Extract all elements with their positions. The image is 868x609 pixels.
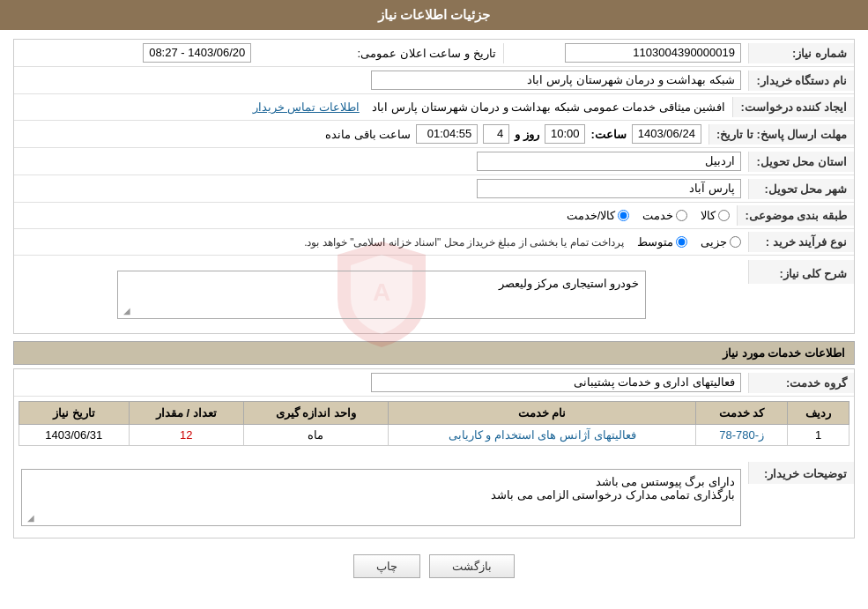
need-desc-label: شرح کلی نیاز: bbox=[748, 260, 854, 284]
announce-value-cell: 1403/06/20 - 08:27 bbox=[14, 40, 258, 66]
province-label: استان محل تحویل: bbox=[748, 152, 854, 172]
page-title: جزئیات اطلاعات نیاز bbox=[378, 7, 490, 22]
services-form: گروه خدمت: فعالیتهای اداری و خدمات پشتیب… bbox=[13, 368, 855, 538]
remaining-box: 01:04:55 bbox=[416, 124, 478, 144]
services-table: ردیف کد خدمت نام خدمت واحد اندازه گیری ت… bbox=[19, 401, 849, 446]
need-number-label: شماره نیاز: bbox=[748, 43, 854, 63]
purchase-type-label: نوع فرآیند خرید : bbox=[748, 232, 854, 252]
col-service-code: کد خدمت bbox=[696, 402, 788, 425]
category-radio-group: کالا خدمت کالا/خدمت bbox=[21, 209, 730, 222]
days-label: روز و bbox=[515, 128, 539, 141]
row-need-desc: شرح کلی نیاز: A خودرو استیجاری مرکز ولیع… bbox=[14, 256, 854, 333]
button-row: بازگشت چاپ bbox=[13, 546, 855, 587]
announce-value: 1403/06/20 - 08:27 bbox=[143, 43, 251, 63]
cell-row-num: 1 bbox=[788, 425, 849, 446]
table-row: 1 ز-780-78 فعالیتهای آژانس های استخدام و… bbox=[19, 425, 849, 446]
page-wrapper: جزئیات اطلاعات نیاز شماره نیاز: 11030043… bbox=[0, 0, 868, 609]
back-button[interactable]: بازگشت bbox=[429, 554, 515, 578]
date-box: 1403/06/24 bbox=[632, 124, 701, 144]
notes-resize-handle[interactable]: ◢ bbox=[24, 513, 34, 524]
deadline-value: 1403/06/24 ساعت: 10:00 روز و 4 01:04:55 … bbox=[14, 121, 708, 147]
table-header: ردیف کد خدمت نام خدمت واحد اندازه گیری ت… bbox=[19, 402, 849, 425]
row-need-number: شماره نیاز: 1103004390000019 تاریخ و ساع… bbox=[14, 40, 854, 67]
print-button[interactable]: چاپ bbox=[353, 554, 420, 578]
cat-kala-item: کالا bbox=[701, 209, 730, 222]
row-organization: نام دستگاه خریدار: شبکه بهداشت و درمان ش… bbox=[14, 67, 854, 94]
col-row-num: ردیف bbox=[788, 402, 849, 425]
cat-khedmat-label: خدمت bbox=[642, 209, 673, 222]
row-buyer-notes: توضیحات خریدار: دارای برگ پیوستس می باشد… bbox=[14, 457, 854, 538]
row-service-group: گروه خدمت: فعالیتهای اداری و خدمات پشتیب… bbox=[14, 369, 854, 397]
days-box: 4 bbox=[483, 124, 509, 144]
city-label: شهر محل تحویل: bbox=[748, 179, 854, 199]
col-unit: واحد اندازه گیری bbox=[243, 402, 388, 425]
remaining-label: ساعت باقی مانده bbox=[325, 128, 411, 141]
cat-kala-khedmat-radio[interactable] bbox=[618, 210, 629, 221]
need-desc-value: A خودرو استیجاری مرکز ولیعصر ◢ bbox=[14, 260, 748, 329]
buyer-notes-value: دارای برگ پیوستس می باشد بارگذاری تمامی … bbox=[14, 462, 748, 533]
cell-qty: 12 bbox=[129, 425, 243, 446]
category-label: طبقه بندی موضوعی: bbox=[737, 205, 854, 226]
row-purchase-type: نوع فرآیند خرید : جزیی متوسط پرداخت تمام… bbox=[14, 229, 854, 256]
pt-motovaset-item: متوسط bbox=[637, 235, 687, 249]
cell-service-code: ز-780-78 bbox=[696, 425, 788, 446]
deadline-label: مهلت ارسال پاسخ: تا تاریخ: bbox=[708, 124, 854, 145]
pt-jozee-label: جزیی bbox=[701, 235, 727, 249]
table-header-row: ردیف کد خدمت نام خدمت واحد اندازه گیری ت… bbox=[19, 402, 849, 425]
cat-kala-label: کالا bbox=[701, 209, 716, 222]
buyer-notes-box: دارای برگ پیوستس می باشد بارگذاری تمامی … bbox=[21, 469, 741, 526]
buyer-notes-line1: دارای برگ پیوستس می باشد bbox=[27, 475, 735, 488]
buyer-notes-line2: بارگذاری تمامی مدارک درخواستی الزامی می … bbox=[27, 488, 735, 501]
time-box: 10:00 bbox=[545, 124, 586, 144]
city-box: پارس آباد bbox=[477, 179, 741, 198]
cat-kala-khedmat-label: کالا/خدمت bbox=[567, 209, 616, 222]
announce-label-cell: تاریخ و ساعت اعلان عمومی: bbox=[258, 43, 503, 63]
contact-link[interactable]: اطلاعات تماس خریدار bbox=[253, 100, 360, 114]
cell-date: 1403/06/31 bbox=[19, 425, 130, 446]
city-value: پارس آباد bbox=[14, 175, 748, 202]
creator-label: ایجاد کننده درخواست: bbox=[732, 97, 854, 117]
organization-label: نام دستگاه خریدار: bbox=[748, 71, 854, 91]
content-area: شماره نیاز: 1103004390000019 تاریخ و ساع… bbox=[0, 30, 868, 596]
col-date: تاریخ نیاز bbox=[19, 402, 130, 425]
province-box: اردبیل bbox=[477, 152, 741, 171]
page-header: جزئیات اطلاعات نیاز bbox=[0, 0, 868, 30]
col-service-name: نام خدمت bbox=[389, 402, 696, 425]
pt-jozee-radio[interactable] bbox=[730, 236, 741, 248]
cell-service-name: فعالیتهای آژانس های استخدام و کاریابی bbox=[389, 425, 696, 446]
need-number-value: 1103004390000019 bbox=[504, 40, 748, 66]
cat-khedmat-radio[interactable] bbox=[676, 210, 687, 221]
pt-motovaset-label: متوسط bbox=[637, 235, 673, 249]
row-category: طبقه بندی موضوعی: کالا خدمت bbox=[14, 203, 854, 229]
need-number-box: 1103004390000019 bbox=[565, 43, 741, 63]
services-table-container: ردیف کد خدمت نام خدمت واحد اندازه گیری ت… bbox=[14, 397, 854, 457]
service-group-label: گروه خدمت: bbox=[748, 373, 854, 393]
row-city: شهر محل تحویل: پارس آباد bbox=[14, 175, 854, 203]
table-body: 1 ز-780-78 فعالیتهای آژانس های استخدام و… bbox=[19, 425, 849, 446]
row-province: استان محل تحویل: اردبیل bbox=[14, 148, 854, 175]
service-group-box: فعالیتهای اداری و خدمات پشتیبانی bbox=[371, 373, 741, 392]
services-section-title: اطلاعات خدمات مورد نیاز bbox=[13, 341, 855, 365]
cell-unit: ماه bbox=[243, 425, 388, 446]
cat-kala-khedmat-item: کالا/خدمت bbox=[567, 209, 630, 222]
watermark-area: A خودرو استیجاری مرکز ولیعصر ◢ bbox=[21, 264, 741, 325]
time-label: ساعت: bbox=[590, 128, 626, 141]
main-form: شماره نیاز: 1103004390000019 تاریخ و ساع… bbox=[13, 39, 855, 334]
row-creator: ایجاد کننده درخواست: افشین میثاقی خدمات … bbox=[14, 94, 854, 121]
pt-motovaset-radio[interactable] bbox=[676, 236, 687, 248]
announce-label: تاریخ و ساعت اعلان عمومی: bbox=[358, 47, 496, 60]
col-qty: تعداد / مقدار bbox=[129, 402, 243, 425]
date-row: 1403/06/24 ساعت: 10:00 روز و 4 01:04:55 … bbox=[21, 124, 701, 144]
buyer-notes-label: توضیحات خریدار: bbox=[748, 462, 854, 484]
resize-handle[interactable]: ◢ bbox=[120, 306, 130, 316]
pt-jozee-item: جزیی bbox=[701, 235, 741, 249]
service-group-value: فعالیتهای اداری و خدمات پشتیبانی bbox=[14, 369, 748, 396]
organization-value: شبکه بهداشت و درمان شهرستان پارس اباد bbox=[14, 67, 748, 93]
organization-box: شبکه بهداشت و درمان شهرستان پارس اباد bbox=[371, 71, 741, 90]
need-desc-text: خودرو استیجاری مرکز ولیعصر bbox=[499, 277, 640, 290]
row-deadline: مهلت ارسال پاسخ: تا تاریخ: 1403/06/24 سا… bbox=[14, 121, 854, 148]
cat-kala-radio[interactable] bbox=[718, 210, 730, 221]
creator-text: افشین میثاقی خدمات عمومی شبکه بهداشت و د… bbox=[372, 100, 725, 114]
cat-khedmat-item: خدمت bbox=[642, 209, 687, 222]
category-value: کالا خدمت کالا/خدمت bbox=[14, 205, 737, 226]
